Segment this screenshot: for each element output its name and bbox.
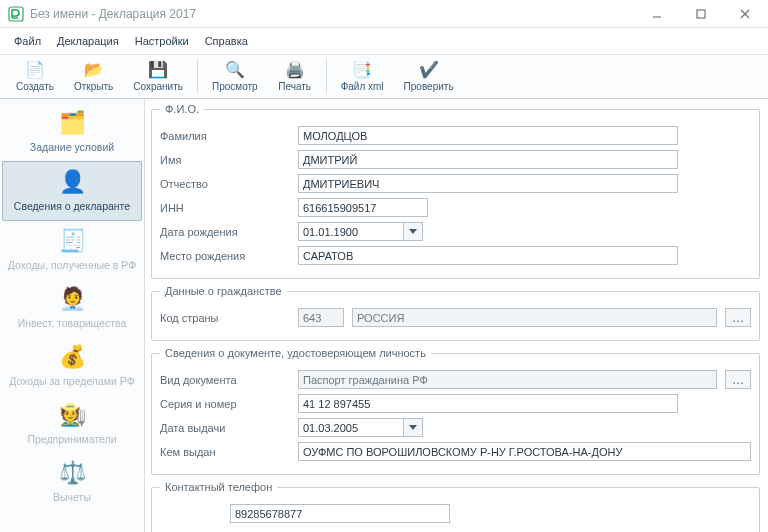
- preview-icon: 🔍: [225, 59, 245, 79]
- toolbar-open[interactable]: 📂Открыть: [64, 57, 123, 94]
- menu-declaration[interactable]: Декларация: [51, 32, 125, 50]
- money-box-icon: 🧾: [56, 227, 88, 255]
- entrepreneur-icon: 🧑‍🌾: [56, 401, 88, 429]
- sidebar-item-income-abroad[interactable]: 💰Доходы за пределами РФ: [0, 337, 144, 395]
- new-file-icon: 📄: [25, 59, 45, 79]
- toolbar-separator: [197, 59, 198, 93]
- open-folder-icon: 📂: [84, 59, 104, 79]
- input-country-code: [298, 308, 344, 327]
- label-patronymic: Отчество: [160, 178, 290, 190]
- toolbar: 📄Создать 📂Открыть 💾Сохранить 🔍Просмотр 🖨…: [0, 55, 768, 99]
- label-doc-kind: Вид документа: [160, 374, 290, 386]
- sidebar-item-deductions[interactable]: ⚖️Вычеты: [0, 453, 144, 511]
- print-icon: 🖨️: [285, 59, 305, 79]
- menu-file[interactable]: Файл: [8, 32, 47, 50]
- label-issue-date: Дата выдачи: [160, 422, 290, 434]
- menu-help[interactable]: Справка: [199, 32, 254, 50]
- label-pob: Место рождения: [160, 250, 290, 262]
- sidebar-item-entrepreneurs[interactable]: 🧑‍🌾Предприниматели: [0, 395, 144, 453]
- input-issue-date[interactable]: [298, 418, 404, 437]
- sidebar-item-income-rf[interactable]: 🧾Доходы, полученные в РФ: [0, 221, 144, 279]
- content: Ф.И.О. Фамилия Имя Отчество ИНН Дата рож…: [145, 99, 768, 532]
- app-icon: [8, 6, 24, 22]
- deductions-icon: ⚖️: [56, 459, 88, 487]
- input-serial[interactable]: [298, 394, 678, 413]
- issue-date-dropdown-button[interactable]: [404, 418, 423, 437]
- fieldset-document: Сведения о документе, удостоверяющем лич…: [151, 347, 760, 475]
- doc-kind-lookup-button[interactable]: …: [725, 370, 751, 389]
- label-inn: ИНН: [160, 202, 290, 214]
- check-icon: ✔️: [419, 59, 439, 79]
- window-title: Без имени - Декларация 2017: [30, 7, 196, 21]
- toolbar-save[interactable]: 💾Сохранить: [123, 57, 193, 94]
- legend-citizenship: Данные о гражданстве: [160, 285, 287, 297]
- input-issued-by[interactable]: [298, 442, 751, 461]
- titlebar: Без имени - Декларация 2017: [0, 0, 768, 28]
- sidebar-item-conditions[interactable]: 🗂️Задание условий: [0, 103, 144, 161]
- country-lookup-button[interactable]: …: [725, 308, 751, 327]
- fieldset-citizenship: Данные о гражданстве Код страны …: [151, 285, 760, 341]
- label-dob: Дата рождения: [160, 226, 290, 238]
- input-name[interactable]: [298, 150, 678, 169]
- person-icon: 👤: [56, 168, 88, 196]
- save-icon: 💾: [148, 59, 168, 79]
- toolbar-print[interactable]: 🖨️Печать: [268, 57, 322, 94]
- sidebar-item-declarant[interactable]: 👤Сведения о декларанте: [2, 161, 142, 221]
- legend-fio: Ф.И.О.: [160, 103, 204, 115]
- xml-file-icon: 📑: [352, 59, 372, 79]
- input-pob[interactable]: [298, 246, 678, 265]
- label-surname: Фамилия: [160, 130, 290, 142]
- toolbar-separator: [326, 59, 327, 93]
- svg-rect-0: [9, 7, 23, 21]
- menu-settings[interactable]: Настройки: [129, 32, 195, 50]
- input-patronymic[interactable]: [298, 174, 678, 193]
- invest-icon: 🧑‍💼: [56, 285, 88, 313]
- input-surname[interactable]: [298, 126, 678, 145]
- toolbar-create[interactable]: 📄Создать: [6, 57, 64, 94]
- input-country-name: [352, 308, 717, 327]
- moneybag-icon: 💰: [56, 343, 88, 371]
- close-button[interactable]: [730, 3, 760, 25]
- input-doc-kind: [298, 370, 717, 389]
- dob-dropdown-button[interactable]: [404, 222, 423, 241]
- label-name: Имя: [160, 154, 290, 166]
- input-dob[interactable]: [298, 222, 404, 241]
- sidebar: 🗂️Задание условий 👤Сведения о декларанте…: [0, 99, 145, 532]
- fieldset-contact: Контактный телефон: [151, 481, 760, 532]
- legend-contact: Контактный телефон: [160, 481, 277, 493]
- maximize-button[interactable]: [686, 3, 716, 25]
- toolbar-preview[interactable]: 🔍Просмотр: [202, 57, 268, 94]
- minimize-button[interactable]: [642, 3, 672, 25]
- sidebar-item-invest[interactable]: 🧑‍💼Инвест. товарищества: [0, 279, 144, 337]
- fieldset-fio: Ф.И.О. Фамилия Имя Отчество ИНН Дата рож…: [151, 103, 760, 279]
- input-inn[interactable]: [298, 198, 428, 217]
- toolbar-check[interactable]: ✔️Проверить: [394, 57, 464, 94]
- toolbar-filexml[interactable]: 📑Файл xml: [331, 57, 394, 94]
- menubar: Файл Декларация Настройки Справка: [0, 28, 768, 55]
- svg-rect-2: [697, 10, 705, 18]
- conditions-icon: 🗂️: [56, 109, 88, 137]
- input-phone[interactable]: [230, 504, 450, 523]
- legend-document: Сведения о документе, удостоверяющем лич…: [160, 347, 431, 359]
- label-country-code: Код страны: [160, 312, 290, 324]
- label-serial: Серия и номер: [160, 398, 290, 410]
- label-issued-by: Кем выдан: [160, 446, 290, 458]
